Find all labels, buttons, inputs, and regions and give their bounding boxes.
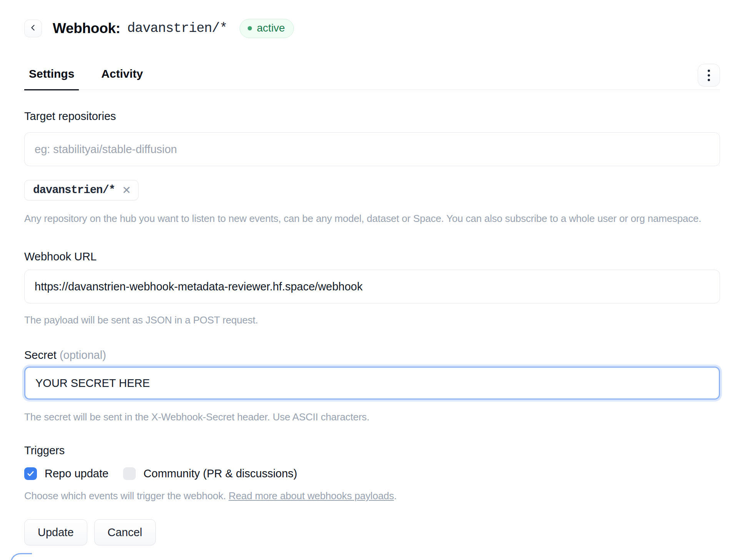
repo-tag[interactable]: davanstrien/* ✕ (24, 180, 138, 200)
status-dot-icon (248, 26, 252, 30)
page-header: Webhook: davanstrien/* active (24, 17, 720, 40)
kebab-menu-icon (708, 70, 710, 81)
webhook-settings-page: Webhook: davanstrien/* active Settings A… (0, 0, 740, 549)
webhook-url-label: Webhook URL (24, 250, 720, 263)
more-options-button[interactable] (698, 64, 720, 87)
form-actions: Update Cancel (24, 519, 720, 549)
trigger-community[interactable]: Community (PR & discussions) (123, 467, 297, 480)
triggers-options: Repo update Community (PR & discussions) (24, 467, 720, 480)
tabs: Settings Activity (24, 53, 165, 90)
secret-optional-label: (optional) (60, 349, 106, 361)
chevron-left-icon (29, 23, 37, 33)
triggers-label: Triggers (24, 443, 720, 457)
secret-help: The secret will be sent in the X-Webhook… (24, 410, 720, 423)
secret-input[interactable] (24, 367, 720, 400)
checkmark-icon (27, 470, 35, 478)
repo-update-checkbox[interactable] (24, 467, 37, 480)
status-badge: active (240, 19, 294, 38)
target-repositories-label: Target repositories (24, 109, 720, 123)
repo-tag-label: davanstrien/* (33, 184, 115, 197)
triggers-help: Choose which events will trigger the web… (24, 489, 720, 502)
status-badge-label: active (257, 22, 285, 34)
trigger-community-label: Community (PR & discussions) (143, 467, 297, 480)
target-repositories-help: Any repository on the hub you want to li… (24, 212, 720, 225)
update-button[interactable]: Update (24, 519, 87, 545)
webhook-url-input[interactable] (24, 270, 720, 303)
page-title: Webhook: (53, 20, 120, 37)
webhook-name: davanstrien/* (127, 21, 227, 36)
trigger-repo-update-label: Repo update (45, 467, 108, 480)
webhook-url-help: The payload will be sent as JSON in a PO… (24, 313, 720, 327)
target-repositories-input[interactable] (24, 132, 720, 166)
tab-settings[interactable]: Settings (24, 53, 79, 90)
target-repositories-tags: davanstrien/* ✕ (24, 180, 720, 200)
tabs-bar: Settings Activity (24, 53, 720, 90)
tab-activity[interactable]: Activity (97, 53, 147, 90)
community-checkbox[interactable] (123, 467, 136, 480)
secret-label: Secret (optional) (24, 348, 720, 362)
cancel-button[interactable]: Cancel (94, 519, 156, 545)
below-fold-focus-ring-fragment (10, 553, 32, 560)
webhooks-payloads-link[interactable]: Read more about webhooks payloads (228, 490, 394, 502)
close-icon[interactable]: ✕ (122, 185, 131, 196)
back-button[interactable] (24, 20, 42, 37)
trigger-repo-update[interactable]: Repo update (24, 467, 108, 480)
